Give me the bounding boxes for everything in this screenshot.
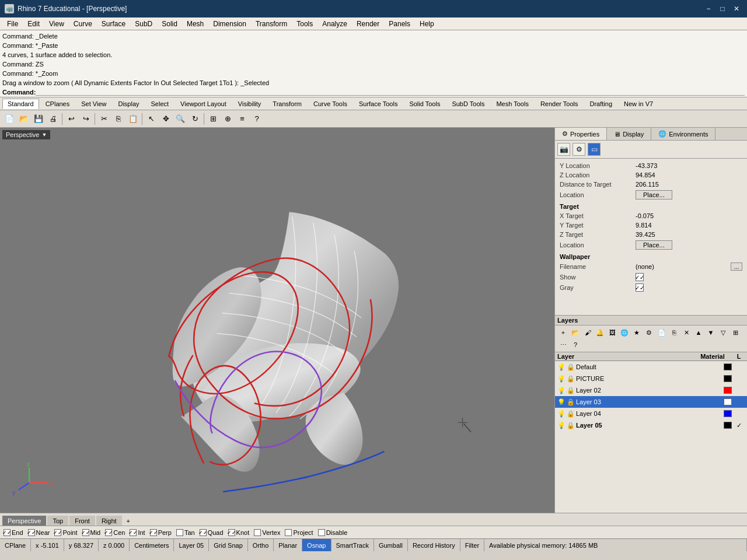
open-icon[interactable]: 📂 <box>17 112 31 126</box>
select-icon[interactable]: ↖ <box>144 112 158 126</box>
menu-tools[interactable]: Tools <box>292 19 317 29</box>
toolbar-tab-render-tools[interactable]: Render Tools <box>535 99 584 109</box>
viewport-tab-right[interactable]: Right <box>96 516 122 526</box>
snap-near-checkbox[interactable]: ✓ <box>28 529 35 536</box>
snap-mid-checkbox[interactable]: ✓ <box>82 529 89 536</box>
layer-star-icon[interactable]: ★ <box>631 327 643 338</box>
layer-row-03[interactable]: 💡 🔒 Layer 03 <box>555 396 747 408</box>
toolbar-tab-curve-tools[interactable]: Curve Tools <box>308 99 352 109</box>
snap-perp[interactable]: ✓ Perp <box>150 529 172 536</box>
status-record-history[interactable]: Record History <box>408 539 460 551</box>
snap-disable-checkbox[interactable] <box>318 529 325 536</box>
snap-vertex-checkbox[interactable] <box>254 529 261 536</box>
new-icon[interactable]: 📄 <box>2 112 16 126</box>
maximize-button[interactable]: □ <box>717 3 728 15</box>
tab-display[interactable]: 🖥 Display <box>607 128 651 140</box>
toolbar-tab-standard[interactable]: Standard <box>2 99 39 109</box>
snap-vertex[interactable]: Vertex <box>254 529 280 536</box>
snap-point[interactable]: ✓ Point <box>54 529 77 536</box>
snap-cen[interactable]: ✓ Cen <box>105 529 125 536</box>
layer-bell-icon[interactable]: 🔔 <box>594 327 606 338</box>
gray-checkbox[interactable]: ✓ <box>636 284 644 292</box>
layer-image-icon[interactable]: 🖼 <box>606 327 618 338</box>
layer-row-02[interactable]: 💡 🔒 Layer 02 <box>555 384 747 396</box>
toolbar-tab-surface-tools[interactable]: Surface Tools <box>354 99 403 109</box>
rect-icon-tab[interactable]: ▭ <box>588 143 601 156</box>
viewport[interactable]: Perspective ▼ <box>0 128 554 513</box>
copy-icon[interactable]: ⎘ <box>111 112 125 126</box>
menu-analyze[interactable]: Analyze <box>317 19 352 29</box>
toolbar-tab-new-in-v7[interactable]: New in V7 <box>619 99 658 109</box>
gear-icon-tab[interactable]: ⚙ <box>573 143 585 156</box>
layer-row-default[interactable]: 💡 🔒 Default <box>555 361 747 373</box>
menu-transform[interactable]: Transform <box>251 19 292 29</box>
filename-browse-button[interactable]: ... <box>731 262 742 271</box>
snap-tan[interactable]: Tan <box>176 529 195 536</box>
toolbar-tab-drafting[interactable]: Drafting <box>585 99 618 109</box>
grid-icon[interactable]: ⊞ <box>206 112 220 126</box>
toolbar-tab-solid-tools[interactable]: Solid Tools <box>404 99 445 109</box>
snap-tan-checkbox[interactable] <box>176 529 183 536</box>
snap-knot[interactable]: ✓ Knot <box>228 529 250 536</box>
layer-delete-icon[interactable]: ✕ <box>680 327 692 338</box>
layer-row-05[interactable]: 💡 🔒 Layer 05 ✓ <box>555 419 747 431</box>
status-osnap[interactable]: Osnap <box>302 539 331 551</box>
snap-knot-checkbox[interactable]: ✓ <box>228 529 235 536</box>
viewport-tab-perspective[interactable]: Perspective <box>2 516 46 526</box>
layer-copy-icon[interactable]: ⎘ <box>668 327 680 338</box>
snap-int[interactable]: ✓ Int <box>130 529 145 536</box>
help-icon[interactable]: ? <box>250 112 264 126</box>
menu-help[interactable]: Help <box>415 19 439 29</box>
status-ortho[interactable]: Ortho <box>248 539 274 551</box>
snap-end[interactable]: ✓ End <box>4 529 23 536</box>
toolbar-tab-select[interactable]: Select <box>146 99 174 109</box>
menu-curve[interactable]: Curve <box>69 19 97 29</box>
camera-icon-tab[interactable]: 📷 <box>557 143 570 156</box>
layer-help-icon[interactable]: ? <box>570 339 581 351</box>
layer-row-picture[interactable]: 💡 🔒 PICTURE <box>555 373 747 384</box>
layer-world-icon[interactable]: 🌐 <box>619 327 630 338</box>
toolbar-tab-subd-tools[interactable]: SubD Tools <box>446 99 490 109</box>
viewport-label[interactable]: Perspective ▼ <box>2 130 50 139</box>
menu-subd[interactable]: SubD <box>130 19 157 29</box>
print-icon[interactable]: 🖨 <box>46 112 60 126</box>
save-icon[interactable]: 💾 <box>32 112 46 126</box>
rotate-icon[interactable]: ↻ <box>188 112 202 126</box>
snap-quad-checkbox[interactable]: ✓ <box>200 529 207 536</box>
snap-end-checkbox[interactable]: ✓ <box>4 529 11 536</box>
snap-icon[interactable]: ⊕ <box>221 112 235 126</box>
layer-up-icon[interactable]: ▲ <box>693 327 704 338</box>
toolbar-tab-cplanes[interactable]: CPlanes <box>40 99 75 109</box>
snap-disable[interactable]: Disable <box>318 529 348 536</box>
menu-edit[interactable]: Edit <box>23 19 44 29</box>
menu-mesh[interactable]: Mesh <box>182 19 208 29</box>
snap-quad[interactable]: ✓ Quad <box>200 529 224 536</box>
snap-perp-checkbox[interactable]: ✓ <box>150 529 157 536</box>
snap-mid[interactable]: ✓ Mid <box>82 529 101 536</box>
snap-int-checkbox[interactable]: ✓ <box>130 529 137 536</box>
layer-filter-icon[interactable]: ▽ <box>717 327 729 338</box>
layer-paint-icon[interactable]: 🖌 <box>582 327 594 338</box>
layer-icon[interactable]: ≡ <box>235 112 249 126</box>
snap-near[interactable]: ✓ Near <box>28 529 50 536</box>
minimize-button[interactable]: − <box>703 3 714 15</box>
layer-sort-icon[interactable]: ⊞ <box>729 327 741 338</box>
redo-icon[interactable]: ↪ <box>79 112 93 126</box>
show-checkbox[interactable]: ✓ <box>636 273 644 281</box>
menu-render[interactable]: Render <box>352 19 384 29</box>
place-button[interactable]: Place... <box>636 190 672 200</box>
layer-open-icon[interactable]: 📂 <box>570 327 581 338</box>
snap-cen-checkbox[interactable]: ✓ <box>105 529 112 536</box>
move-icon[interactable]: ✥ <box>159 112 173 126</box>
command-input[interactable] <box>36 88 745 96</box>
toolbar-tab-mesh-tools[interactable]: Mesh Tools <box>491 99 533 109</box>
menu-solid[interactable]: Solid <box>157 19 182 29</box>
viewport-tab-top[interactable]: Top <box>47 516 68 526</box>
cut-icon[interactable]: ✂ <box>97 112 111 126</box>
toolbar-tab-display[interactable]: Display <box>113 99 144 109</box>
undo-icon[interactable]: ↩ <box>64 112 78 126</box>
zoom-icon[interactable]: 🔍 <box>173 112 187 126</box>
status-filter[interactable]: Filter <box>460 539 484 551</box>
status-smarttrack[interactable]: SmartTrack <box>331 539 374 551</box>
tab-properties[interactable]: ⚙ Properties <box>555 128 607 140</box>
